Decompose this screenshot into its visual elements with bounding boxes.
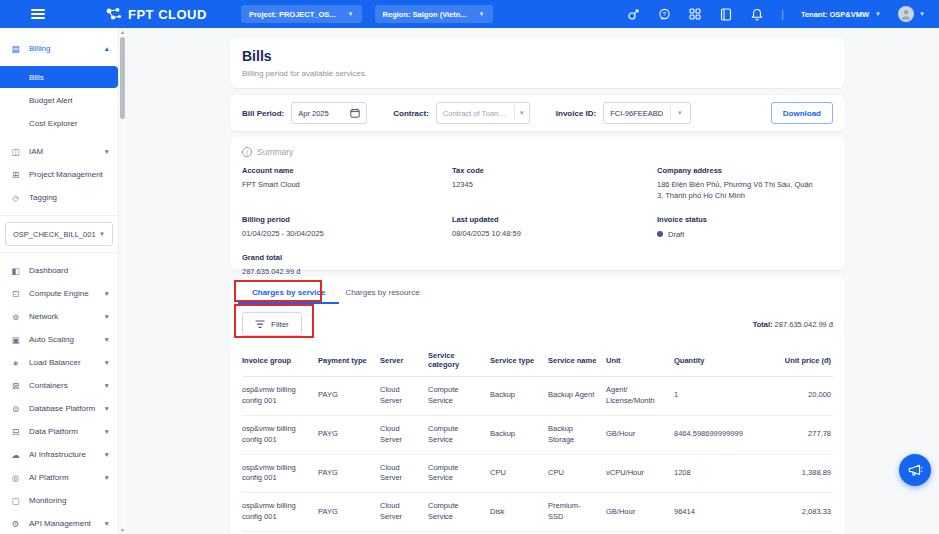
sidebar-item-ai-infrastructure[interactable]: AI Infrastructure ▼ [0,443,118,466]
sidebar-item-network[interactable]: Network ▼ [0,305,118,328]
project-selector[interactable]: Project: PROJECT_OS... ▼ [241,5,362,23]
key-icon[interactable] [626,7,640,21]
status-dot [657,231,663,237]
bill-period-value[interactable] [298,109,350,118]
sidebar-item-label: Dashboard [29,266,110,275]
sidebar-item-compute-engine[interactable]: Compute Engine ▼ [0,282,118,305]
summary-card: i Summary Account name FPT Smart Cloud T… [230,137,845,270]
sidebar-item-data-platform[interactable]: Data Platform ▼ [0,420,118,443]
sidebar-scrollbar[interactable]: ▲ ▼ [118,28,125,534]
sidebar-item-database-platform[interactable]: Database Platform ▼ [0,397,118,420]
bill-period-label: Bill Period: [242,109,284,118]
sidebar-item-label: Database Platform [29,404,104,413]
support-chat-icon[interactable]: ? [657,7,671,21]
sidebar-item-cost-explorer[interactable]: Cost Explorer [0,112,118,134]
table-row[interactable]: osp&vmw billing config 001PAYG Cloud Ser… [242,454,833,493]
sidebar-item-ai-platform[interactable]: AI Platform ▼ [0,466,118,489]
bell-icon[interactable] [750,7,764,21]
chevron-down-icon: ▼ [104,313,110,320]
table-row[interactable]: osp&vmw billing config 001PAYG Cloud Ser… [242,377,833,416]
invoice-id-value: FCI-96FEEABD [610,109,663,118]
network-icon [10,312,21,322]
sidebar-item-tagging[interactable]: Tagging [0,186,118,209]
docs-icon[interactable] [719,7,733,21]
sidebar-item-label: Project Management [29,170,110,179]
billing-icon [10,44,21,54]
sidebar-item-bills[interactable]: Bills [0,66,118,88]
sidebar-item-project-management[interactable]: Project Management [0,163,118,186]
filter-button[interactable]: Filter [242,312,302,336]
sidebar-item-iam[interactable]: IAM ▼ [0,140,118,163]
cloud-icon [10,450,21,460]
sidebar-item-budget-alert[interactable]: Budget Alert [0,89,118,111]
sidebar-item-label: API Management [29,519,104,528]
hamburger-menu-icon[interactable] [31,9,45,19]
scrollbar-thumb[interactable] [120,37,125,119]
iam-icon [10,147,21,157]
sidebar-item-label: Tagging [29,193,110,202]
sidebar-item-load-balancer[interactable]: Load Balancer ▼ [0,351,118,374]
feedback-megaphone-button[interactable] [899,454,931,486]
summary-field-billing-period: Billing period 01/04/2025 - 30/04/2025 [242,215,452,240]
compute-engine-icon [10,289,21,299]
invoice-id-select[interactable]: FCI-96FEEABD ▼ [603,102,691,124]
sidebar-item-auto-scaling[interactable]: Auto Scaling ▼ [0,328,118,351]
billing-scope-select[interactable]: OSP_CHECK_BILL_001 ▼ [5,222,113,246]
sidebar-item-api-management[interactable]: API Management ▼ [0,512,118,534]
sidebar-item-label: Cost Explorer [29,119,77,128]
sidebar-item-label: Monitoring [29,496,110,505]
divider [0,252,118,253]
tab-charges-by-service[interactable]: Charges by service [242,283,335,303]
region-selector[interactable]: Region: Saigon (Vietn... ▼ [375,5,493,23]
sidebar-item-label: AI Infrastructure [29,450,104,459]
page-header-card: Bills Billing period for available servi… [230,38,845,88]
sidebar-item-monitoring[interactable]: Monitoring [0,489,118,512]
download-button[interactable]: Download [771,102,833,124]
filter-bar-card: Bill Period: Contract: Contract of Tuann… [230,95,845,131]
database-icon [10,404,21,414]
table-row[interactable]: osp&vmw billing config 001PAYG Cloud Ser… [242,415,833,454]
fpt-cloud-logo: FPT CLOUD [105,7,207,22]
sidebar-item-dashboard[interactable]: Dashboard [0,259,118,282]
tenant-label: Tenant: OSP&VMW [801,10,869,19]
table-header-row: Invoice group Payment type Server Servic… [242,344,833,377]
sidebar-item-label: IAM [29,147,104,156]
chevron-down-icon: ▼ [104,405,110,412]
scroll-up-arrow-icon[interactable]: ▲ [119,28,126,36]
divider: | [781,9,784,20]
chevron-down-icon: ▼ [515,110,529,116]
sidebar-item-label: Compute Engine [29,289,104,298]
avatar [898,6,914,22]
tab-charges-by-resource[interactable]: Charges by resource [335,283,429,303]
charges-card: Charges by service Charges by resource F… [230,277,845,534]
sidebar-item-label: Network [29,312,104,321]
tenant-selector[interactable]: Tenant: OSP&VMW ▼ [801,10,881,19]
apps-grid-icon[interactable] [688,7,702,21]
main-content: Bills Billing period for available servi… [125,28,939,534]
divider [0,215,118,216]
chevron-down-icon: ▼ [104,336,110,343]
table-row[interactable]: osp&vmw billing config 001PAYG Cloud Ser… [242,493,833,532]
chevron-down-icon: ▼ [104,359,110,366]
calendar-icon[interactable] [350,108,360,118]
summary-field-grand-total: Grand total 287.635.042.99 đ [242,253,452,277]
sidebar-item-label: Containers [29,381,104,390]
user-menu[interactable]: ▼ [898,6,925,22]
bill-period-input[interactable] [291,102,367,124]
top-header-bar: FPT CLOUD Project: PROJECT_OS... ▼ Regio… [0,0,939,28]
total-line: Total: 287.635.042.99 đ [753,320,833,329]
summary-field-account-name: Account name FPT Smart Cloud [242,166,452,202]
gear-icon [10,519,21,529]
chevron-down-icon: ▼ [671,110,688,116]
sidebar-item-label: Budget Alert [29,96,73,105]
chevron-down-icon: ▼ [104,428,110,435]
scroll-down-arrow-icon[interactable]: ▼ [119,526,126,534]
sidebar: Billing ▲ Bills Budget Alert Cost Explor… [0,28,118,534]
summary-field-last-updated: Last updated 08/04/2025 10:48:59 [452,215,657,240]
summary-field-company-address: Company address 186 Điện Biên Phủ, Phườn… [657,166,833,202]
chevron-down-icon: ▼ [104,382,110,389]
summary-field-tax-code: Tax code 12345 [452,166,657,202]
contract-select[interactable]: Contract of Tuannn52.. ▼ [436,102,530,124]
sidebar-item-billing[interactable]: Billing ▲ [0,37,118,60]
sidebar-item-containers[interactable]: Containers ▼ [0,374,118,397]
